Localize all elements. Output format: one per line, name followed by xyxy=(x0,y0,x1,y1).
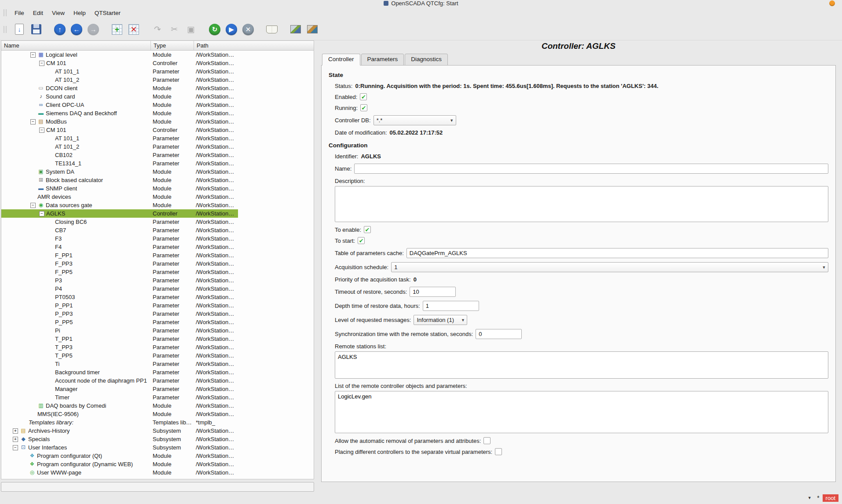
tree-row[interactable]: ❖Program configurator (Qt)Module/WorkSta… xyxy=(1,452,238,460)
tree-row[interactable]: Background timerParameter/WorkStation… xyxy=(1,368,238,376)
tree-row[interactable]: −AGLKSController/WorkStation… xyxy=(1,209,238,218)
tree-row[interactable]: P_PP3Parameter/WorkStation… xyxy=(1,310,238,318)
tree-row[interactable]: ♪Sound cardModule/WorkStation… xyxy=(1,92,238,101)
tree-row[interactable]: TE1314_1Parameter/WorkStation… xyxy=(1,159,238,168)
window-control-button[interactable] xyxy=(829,0,835,6)
tree-row[interactable]: P3Parameter/WorkStation… xyxy=(1,276,238,285)
delete-item-button[interactable]: ✕ xyxy=(126,22,141,37)
collapse-icon[interactable]: − xyxy=(30,119,36,124)
menu-qtstarter[interactable]: QTStarter xyxy=(90,8,125,18)
tree-row[interactable]: TimerParameter/WorkStation… xyxy=(1,393,238,402)
tree-row[interactable]: ⊞Operation user interface (Qt)Module/Wor… xyxy=(1,477,238,479)
menubar-drag-handle[interactable] xyxy=(4,9,7,16)
tree-row[interactable]: T_PP5Parameter/WorkStation… xyxy=(1,351,238,360)
to-enable-checkbox[interactable] xyxy=(364,226,371,233)
collapse-icon[interactable]: − xyxy=(39,61,44,66)
tab-controller[interactable]: Controller xyxy=(322,54,360,66)
tree-row[interactable]: TiParameter/WorkStation… xyxy=(1,360,238,368)
separate-virtual-checkbox[interactable] xyxy=(495,448,502,455)
tree-row[interactable]: ▬SNMP clientModule/WorkStation… xyxy=(1,184,238,193)
tab-parameters[interactable]: Parameters xyxy=(361,54,404,66)
message-level-combobox[interactable]: Information (1) ▼ xyxy=(414,315,467,325)
menu-help[interactable]: Help xyxy=(69,8,90,18)
acquisition-schedule-combobox[interactable]: 1 ▼ xyxy=(391,262,828,272)
tree-row[interactable]: P_PP1Parameter/WorkStation… xyxy=(1,301,238,310)
tree-row[interactable]: ▥DAQ boards by ComediModule/WorkStation… xyxy=(1,402,238,410)
tree-row[interactable]: AT 101_1Parameter/WorkStation… xyxy=(1,134,238,142)
params-cache-input[interactable] xyxy=(406,248,828,258)
tree-row[interactable]: F3Parameter/WorkStation… xyxy=(1,234,238,243)
back-button[interactable]: ← xyxy=(69,22,84,37)
to-start-checkbox[interactable] xyxy=(358,237,365,244)
tray-dropdown-button[interactable]: ▼ xyxy=(805,494,814,502)
running-checkbox[interactable] xyxy=(360,104,367,111)
collapse-icon[interactable]: − xyxy=(39,211,44,216)
tree-row[interactable]: −⊡User InterfacesSubsystem/WorkStation… xyxy=(1,443,238,452)
vision-window-button[interactable] xyxy=(305,22,320,37)
column-header-name[interactable]: Name xyxy=(1,41,151,50)
tree-row[interactable]: ❖Program configurator (Dynamic WEB)Modul… xyxy=(1,460,238,468)
tree-row[interactable]: AT 101_2Parameter/WorkStation… xyxy=(1,76,238,84)
tree-row[interactable]: −CM 101Controller/WorkStation… xyxy=(1,59,238,67)
tree-row[interactable]: +◆SpecialsSubsystem/WorkStation… xyxy=(1,435,238,443)
collapse-icon[interactable]: − xyxy=(39,128,44,133)
menu-edit[interactable]: Edit xyxy=(29,8,48,18)
tree-row[interactable]: F_PP1Parameter/WorkStation… xyxy=(1,251,238,259)
tree-row[interactable]: F4Parameter/WorkStation… xyxy=(1,243,238,251)
controller-db-combobox[interactable]: *.* ▼ xyxy=(373,115,456,125)
tree-row[interactable]: F_PP5Parameter/WorkStation… xyxy=(1,268,238,276)
remote-objects-textarea[interactable]: LogicLev.gen xyxy=(335,391,828,433)
tree-row[interactable]: Closing BC6Parameter/WorkStation… xyxy=(1,218,238,226)
tree-row[interactable]: P4Parameter/WorkStation… xyxy=(1,285,238,293)
tree-row[interactable]: +▤Archives-HistorySubsystem/WorkStation… xyxy=(1,427,238,435)
tree-row[interactable]: Account node of the diaphragm PP1Paramet… xyxy=(1,376,238,385)
menu-file[interactable]: File xyxy=(10,8,29,18)
tree-row[interactable]: AMR devicesModule/WorkStation… xyxy=(1,193,238,201)
tree-row[interactable]: T_PP1Parameter/WorkStation… xyxy=(1,335,238,343)
toolbar-drag-handle[interactable] xyxy=(4,26,7,33)
auto-removal-checkbox[interactable] xyxy=(483,437,491,444)
enabled-checkbox[interactable] xyxy=(360,93,367,100)
tree-row[interactable]: P_PP5Parameter/WorkStation… xyxy=(1,318,238,326)
tree-row[interactable]: ◎User WWW-pageModule/WorkStation… xyxy=(1,468,238,477)
add-item-button[interactable]: + xyxy=(110,22,124,37)
remote-stations-textarea[interactable]: AGLKS xyxy=(335,351,828,379)
up-button[interactable]: ↑ xyxy=(52,22,67,37)
tree-row[interactable]: ▣System DAModule/WorkStation… xyxy=(1,168,238,176)
restore-depth-input[interactable] xyxy=(423,301,479,311)
restore-timeout-input[interactable] xyxy=(410,287,456,297)
tab-diagnostics[interactable]: Diagnostics xyxy=(405,54,448,66)
tree-row[interactable]: F_PP3Parameter/WorkStation… xyxy=(1,259,238,268)
expand-icon[interactable]: + xyxy=(13,437,18,442)
collapse-icon[interactable]: − xyxy=(30,52,36,58)
tree-row[interactable]: −▦Logical levelModule/WorkStation… xyxy=(1,51,238,59)
refresh-button[interactable]: ↻ xyxy=(207,22,222,37)
tree-row[interactable]: ∞Client OPC-UAModule/WorkStation… xyxy=(1,101,238,109)
collapse-icon[interactable]: − xyxy=(30,203,36,208)
find-button[interactable] xyxy=(264,22,279,37)
user-badge[interactable]: root xyxy=(823,494,838,502)
column-header-type[interactable]: Type xyxy=(151,41,194,50)
tree-row[interactable]: CB102Parameter/WorkStation… xyxy=(1,151,238,159)
description-textarea[interactable] xyxy=(335,186,828,222)
stop-button[interactable]: ✕ xyxy=(241,22,256,37)
load-from-db-button[interactable]: ↓ xyxy=(12,22,27,37)
menu-view[interactable]: View xyxy=(48,8,69,18)
name-input[interactable] xyxy=(354,164,828,174)
column-header-path[interactable]: Path xyxy=(194,41,314,50)
tree-row[interactable]: ▬Siemens DAQ and BeckhoffModule/WorkStat… xyxy=(1,109,238,117)
tree-row[interactable]: T_PP3Parameter/WorkStation… xyxy=(1,343,238,351)
tree-row[interactable]: ⊞Block based calculatorModule/WorkStatio… xyxy=(1,176,238,184)
tree-row[interactable]: −▤ModBusModule/WorkStation… xyxy=(1,117,238,126)
start-periodic-update-button[interactable]: ▶ xyxy=(224,22,239,37)
sync-time-input[interactable] xyxy=(476,329,522,339)
tree-row[interactable]: MMS(IEC-9506)Module/WorkStation… xyxy=(1,410,238,418)
tree-row[interactable]: CB7Parameter/WorkStation… xyxy=(1,226,238,234)
qtcfg-window-button[interactable] xyxy=(288,22,303,37)
tree-row[interactable]: ▭DCON clientModule/WorkStation… xyxy=(1,84,238,92)
tree-row[interactable]: −◉Data sources gateModule/WorkStation… xyxy=(1,201,238,209)
tree-row[interactable]: Templates library:Templates lib…*tmplb_ xyxy=(1,418,238,427)
save-to-db-button[interactable] xyxy=(29,22,44,37)
tree-row[interactable]: AT 101_2Parameter/WorkStation… xyxy=(1,142,238,151)
collapse-icon[interactable]: − xyxy=(13,445,18,450)
